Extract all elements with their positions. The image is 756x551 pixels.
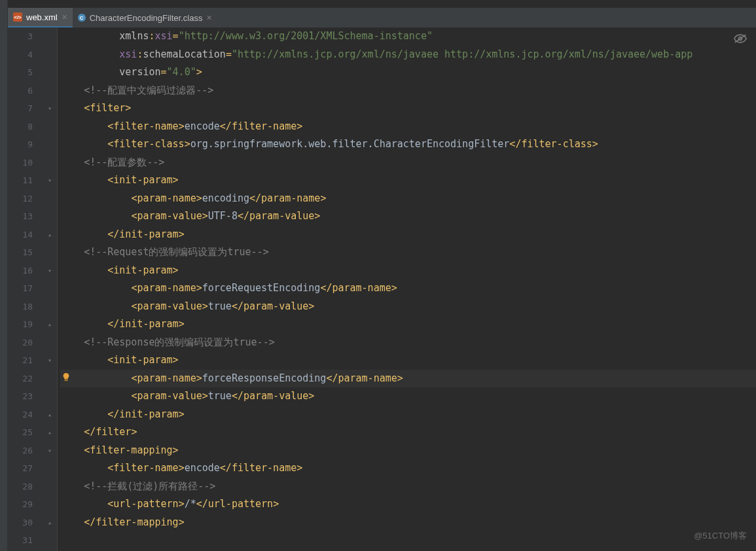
- line-number[interactable]: 24: [8, 406, 33, 424]
- line-number[interactable]: 10: [8, 154, 33, 172]
- line-number[interactable]: 5: [8, 63, 33, 82]
- line-number[interactable]: 27: [8, 459, 33, 478]
- line-number[interactable]: 4: [8, 46, 33, 64]
- fold-expand-icon[interactable]: ▾: [46, 357, 54, 364]
- watermark: @51CTO博客: [694, 530, 747, 542]
- line-number[interactable]: 28: [8, 478, 33, 496]
- line-number[interactable]: 11: [8, 171, 33, 190]
- line-number[interactable]: 29: [8, 495, 33, 514]
- code-line[interactable]: xmlns:xsi="http://www.w3.org/2001/XMLSch…: [60, 27, 756, 46]
- line-number[interactable]: 15: [8, 243, 33, 262]
- code-line[interactable]: version="4.0">: [60, 63, 756, 82]
- code-line[interactable]: [60, 531, 756, 550]
- close-icon[interactable]: ✕: [62, 13, 67, 22]
- code-line[interactable]: <!--配置参数-->: [60, 154, 756, 172]
- line-number[interactable]: 13: [8, 207, 33, 226]
- line-number[interactable]: 21: [8, 351, 33, 370]
- code-line[interactable]: <param-value>true</param-value>: [60, 298, 756, 316]
- code-line[interactable]: <filter-mapping>: [60, 442, 756, 460]
- code-line[interactable]: </filter-mapping>: [60, 514, 756, 532]
- tab-label: web.xml: [26, 12, 58, 22]
- code-line[interactable]: </init-param>: [60, 315, 756, 334]
- line-number[interactable]: 18: [8, 298, 33, 316]
- line-number[interactable]: 26: [8, 442, 33, 460]
- code-line[interactable]: <init-param>: [60, 262, 756, 280]
- line-number[interactable]: 31: [8, 531, 33, 550]
- fold-expand-icon[interactable]: ▾: [46, 177, 54, 185]
- line-number[interactable]: 12: [8, 190, 33, 208]
- fold-collapse-icon[interactable]: ▴: [46, 321, 54, 329]
- editor: 3456789101112131415161718192021222324252…: [8, 27, 756, 551]
- line-number-gutter[interactable]: 3456789101112131415161718192021222324252…: [8, 27, 42, 551]
- code-line[interactable]: <filter-class>org.springframework.web.fi…: [60, 135, 756, 154]
- code-line[interactable]: <url-pattern>/*</url-pattern>: [60, 495, 756, 514]
- line-number[interactable]: 23: [8, 387, 33, 406]
- line-number[interactable]: 20: [8, 334, 33, 352]
- line-number[interactable]: 19: [8, 315, 33, 334]
- xml-file-icon: </>: [13, 12, 22, 22]
- editor-tabs: </>web.xml✕CCharacterEncodingFilter.clas…: [8, 8, 756, 27]
- code-line[interactable]: <param-name>encoding</param-name>: [60, 190, 756, 208]
- code-line[interactable]: <init-param>: [60, 351, 756, 370]
- fold-collapse-icon[interactable]: ▴: [46, 429, 54, 436]
- line-number[interactable]: 8: [8, 118, 33, 136]
- line-number[interactable]: 22: [8, 370, 33, 388]
- tab-label: CharacterEncodingFilter.class: [90, 13, 203, 23]
- fold-collapse-icon[interactable]: ▴: [46, 411, 54, 419]
- class-file-icon: C: [78, 14, 86, 22]
- fold-expand-icon[interactable]: ▾: [46, 105, 54, 113]
- intention-bulb-icon[interactable]: [62, 372, 71, 382]
- svg-rect-2: [64, 380, 67, 381]
- code-line[interactable]: </filter>: [60, 423, 756, 442]
- code-line[interactable]: </init-param>: [60, 406, 756, 424]
- fold-expand-icon[interactable]: ▾: [46, 267, 54, 275]
- code-line[interactable]: <init-param>: [60, 171, 756, 190]
- line-number[interactable]: 17: [8, 279, 33, 298]
- tab-web-xml[interactable]: </>web.xml✕: [8, 8, 73, 27]
- line-number[interactable]: 25: [8, 423, 33, 442]
- fold-gutter[interactable]: ▾▾▴▾▴▾▴▴▾▴: [42, 27, 58, 551]
- code-line[interactable]: <param-value>UTF-8</param-value>: [60, 207, 756, 226]
- line-number[interactable]: 3: [8, 27, 33, 46]
- inspections-eye-icon[interactable]: [734, 34, 747, 43]
- code-line[interactable]: <!--Request的强制编码设置为true-->: [60, 243, 756, 262]
- fold-collapse-icon[interactable]: ▴: [46, 231, 54, 239]
- line-number[interactable]: 14: [8, 226, 33, 244]
- line-number[interactable]: 6: [8, 82, 33, 100]
- code-line[interactable]: <!--拦截(过滤)所有路径-->: [60, 478, 756, 496]
- code-line[interactable]: <filter-name>encode</filter-name>: [60, 459, 756, 478]
- left-tool-rail[interactable]: [0, 0, 8, 551]
- close-icon[interactable]: ✕: [206, 14, 212, 22]
- line-number[interactable]: 9: [8, 135, 33, 154]
- code-line[interactable]: <param-name>forceResponseEncoding</param…: [60, 370, 756, 388]
- fold-collapse-icon[interactable]: ▴: [46, 519, 54, 527]
- line-number[interactable]: 30: [8, 514, 33, 532]
- code-line[interactable]: <!--Response的强制编码设置为true-->: [60, 334, 756, 352]
- line-number[interactable]: 16: [8, 262, 33, 280]
- code-line[interactable]: <!--配置中文编码过滤器-->: [60, 82, 756, 100]
- code-line[interactable]: <param-name>forceRequestEncoding</param-…: [60, 279, 756, 298]
- code-line[interactable]: <filter-name>encode</filter-name>: [60, 118, 756, 136]
- line-number[interactable]: 7: [8, 99, 33, 118]
- fold-expand-icon[interactable]: ▾: [46, 447, 54, 455]
- code-line[interactable]: xsi:schemaLocation="http://xmlns.jcp.org…: [60, 46, 756, 64]
- code-line[interactable]: <filter>: [60, 99, 756, 118]
- tab-characterencodingfilter-class[interactable]: CCharacterEncodingFilter.class✕: [73, 8, 218, 27]
- code-line[interactable]: <param-value>true</param-value>: [60, 387, 756, 406]
- code-area[interactable]: xmlns:xsi="http://www.w3.org/2001/XMLSch…: [58, 27, 756, 551]
- code-line[interactable]: </init-param>: [60, 226, 756, 244]
